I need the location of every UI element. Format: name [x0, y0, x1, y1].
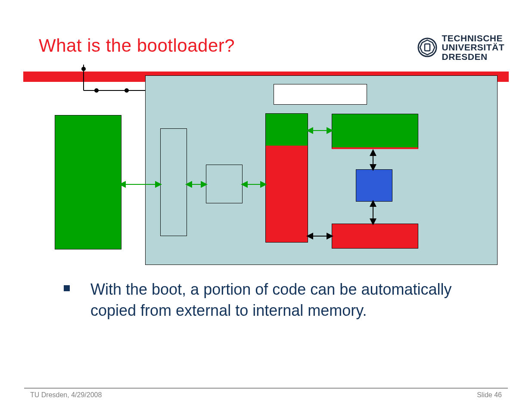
cache-top-block: [332, 114, 418, 149]
logo-line2: UNIVERSITÄT: [442, 43, 504, 52]
internal-memory-top-block: [265, 113, 308, 146]
svg-point-7: [124, 88, 129, 93]
tud-crest-icon: [417, 37, 437, 57]
slide-title: What is the bootloader?: [39, 35, 235, 56]
footer-left: TU Dresden, 4/29/2008: [30, 391, 102, 399]
wire-decor: [23, 65, 152, 95]
bullet-row: With the boot, a portion of code can be …: [64, 279, 493, 321]
logo-text: TECHNISCHE UNIVERSITÄT DRESDEN: [442, 34, 504, 61]
university-logo: TECHNISCHE UNIVERSITÄT DRESDEN: [417, 34, 504, 61]
external-memory-block: [55, 115, 121, 249]
slide: What is the bootloader? TECHNISCHE UNIVE…: [0, 0, 532, 411]
bullet-text: With the boot, a portion of code can be …: [90, 279, 493, 321]
svg-marker-1: [420, 40, 435, 55]
svg-point-0: [418, 38, 436, 56]
cpu-core-block: [356, 169, 392, 202]
svg-rect-2: [425, 44, 430, 51]
bullet-square-icon: [64, 285, 70, 291]
top-label-box: [274, 84, 367, 105]
svg-point-6: [94, 88, 99, 93]
footer-right: Slide 46: [477, 391, 502, 399]
svg-point-5: [81, 67, 86, 71]
logo-line3: DRESDEN: [442, 52, 504, 61]
logo-line1: TECHNISCHE: [442, 34, 504, 43]
bus-small-block: [206, 165, 243, 203]
peripheral-block: [332, 224, 418, 249]
footer-divider: [24, 388, 508, 389]
bus-tall-block: [160, 128, 187, 236]
